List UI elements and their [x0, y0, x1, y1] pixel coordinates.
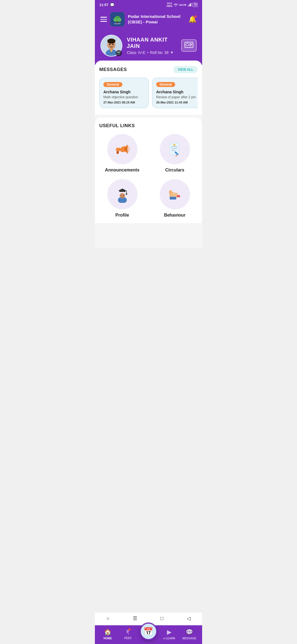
- message-time-1: 27-Mar-2021 08:19 AM: [103, 101, 145, 104]
- svg-rect-25: [117, 151, 119, 154]
- behaviour-label: Behaviour: [164, 213, 185, 218]
- id-card-button[interactable]: [181, 39, 197, 52]
- class-label: Class: [127, 50, 136, 55]
- notification-dot: [194, 15, 197, 18]
- roll-label: Roll No: [150, 50, 163, 55]
- link-profile[interactable]: Profile: [99, 179, 145, 218]
- message-sender-2: Archana Singh: [156, 90, 197, 94]
- messages-header: MESSAGES VIEW ALL: [99, 66, 198, 73]
- svg-rect-23: [116, 148, 120, 151]
- status-right: 22.0KB/S VoLTE 79: [166, 2, 198, 8]
- messages-section: MESSAGES VIEW ALL General Archana Singh …: [95, 61, 202, 115]
- menu-button[interactable]: [100, 17, 107, 22]
- svg-point-40: [123, 195, 124, 196]
- message-tag-1: General: [103, 82, 122, 87]
- profile-section: 📷 VIHAAN ANKIT JAIN Class IV-E • Roll No…: [95, 32, 202, 65]
- svg-point-36: [126, 193, 127, 195]
- volte-icon: VoLTE: [179, 4, 186, 6]
- useful-links-title: USEFUL LINKS: [99, 123, 135, 129]
- signal-icon: [188, 3, 191, 7]
- announcements-label: Announcements: [105, 168, 139, 173]
- svg-point-14: [107, 39, 116, 44]
- separator: •: [147, 50, 148, 55]
- svg-rect-1: [188, 5, 189, 6]
- svg-point-16: [112, 44, 114, 45]
- svg-point-38: [120, 193, 125, 198]
- announcements-icon-circle: [107, 134, 138, 164]
- message-time-2: 26-Mar-2021 11:43 AM: [156, 101, 197, 104]
- useful-links-section: USEFUL LINKS: [95, 118, 202, 223]
- svg-point-18: [186, 43, 189, 46]
- avatar-wrapper: 📷: [100, 35, 122, 57]
- header-center: Since 1927 Podar International School (C…: [110, 12, 185, 26]
- useful-links-header: USEFUL LINKS: [99, 123, 198, 129]
- school-name: Podar International School (CBSE) - Powa…: [128, 14, 185, 24]
- status-bar: 11:57 💬 22.0KB/S VoLTE 79: [95, 0, 202, 9]
- svg-point-39: [121, 195, 122, 196]
- svg-rect-43: [171, 192, 174, 197]
- student-name: VIHAAN ANKIT JAIN: [127, 37, 177, 49]
- svg-rect-2: [189, 4, 190, 6]
- data-speed: 22.0KB/S: [166, 2, 172, 8]
- svg-rect-0: [188, 5, 188, 6]
- svg-point-15: [109, 44, 111, 45]
- links-grid: Announcements: [99, 134, 198, 218]
- main-content: MESSAGES VIEW ALL General Archana Singh …: [95, 61, 202, 248]
- link-behaviour[interactable]: Behaviour: [152, 179, 198, 218]
- school-logo: Since 1927: [110, 12, 125, 26]
- svg-point-5: [114, 18, 117, 21]
- dropdown-arrow-icon[interactable]: ▼: [170, 51, 174, 54]
- link-announcements[interactable]: Announcements: [99, 134, 145, 173]
- profile-icon-circle: [107, 179, 138, 209]
- message-preview-1: Math objective question: [103, 95, 145, 99]
- profile-label: Profile: [116, 213, 129, 218]
- camera-icon[interactable]: 📷: [116, 50, 122, 56]
- notification-button[interactable]: 🔔: [188, 15, 197, 23]
- student-details: Class IV-E • Roll No 39 ▼: [127, 50, 177, 55]
- roll-value: 39: [164, 50, 169, 55]
- status-time: 11:57: [99, 3, 108, 7]
- view-all-button[interactable]: VIEW ALL: [173, 66, 198, 73]
- message-card-1[interactable]: General Archana Singh Math objective que…: [99, 78, 149, 108]
- message-sender-1: Archana Singh: [103, 90, 145, 94]
- circulars-icon-circle: [160, 134, 190, 164]
- whatsapp-icon: 💬: [110, 3, 114, 7]
- link-circulars[interactable]: Circulars: [152, 134, 198, 173]
- app-header: Since 1927 Podar International School (C…: [95, 9, 202, 32]
- svg-rect-46: [170, 197, 176, 200]
- messages-list: General Archana Singh Math objective que…: [99, 78, 198, 109]
- svg-point-6: [117, 18, 121, 21]
- behaviour-icon-circle: [160, 179, 190, 209]
- svg-rect-3: [190, 3, 191, 6]
- class-value: IV-E: [138, 50, 145, 55]
- messages-title: MESSAGES: [99, 67, 127, 72]
- message-tag-2: General: [156, 82, 175, 87]
- message-card-2[interactable]: General Archana Singh Review of paper af…: [152, 78, 198, 108]
- circulars-label: Circulars: [165, 168, 184, 173]
- battery-indicator: 79: [193, 3, 198, 7]
- svg-text:Since 1927: Since 1927: [114, 23, 121, 24]
- svg-rect-47: [177, 195, 180, 197]
- profile-info: VIHAAN ANKIT JAIN Class IV-E • Roll No 3…: [127, 37, 177, 55]
- wifi-icon: [174, 3, 178, 7]
- svg-rect-44: [174, 192, 176, 197]
- svg-marker-24: [124, 144, 128, 154]
- status-left: 11:57 💬: [99, 3, 114, 7]
- message-preview-2: Review of paper after 2 pm: [156, 95, 197, 99]
